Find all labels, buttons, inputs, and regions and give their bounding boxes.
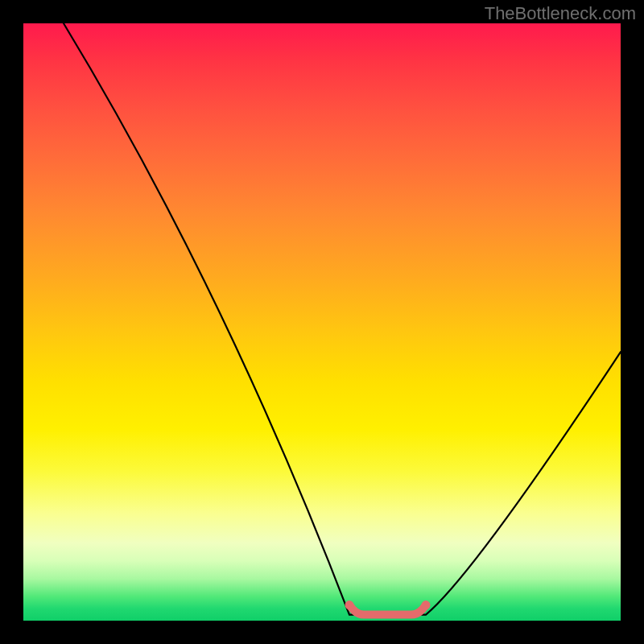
chart-frame: TheBottleneck.com	[0, 0, 644, 644]
svg-point-1	[422, 601, 431, 609]
svg-point-0	[345, 601, 354, 609]
watermark-text: TheBottleneck.com	[485, 3, 636, 24]
bottleneck-curve	[23, 23, 621, 621]
